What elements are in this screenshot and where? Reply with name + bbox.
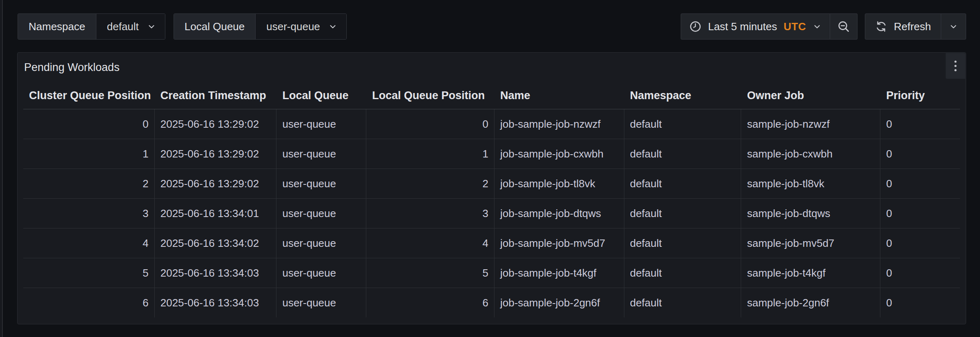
variable-local-queue: Local Queue user-queue [174, 13, 347, 40]
cell-owner-job: sample-job-cxwbh [741, 139, 880, 168]
cell-name: job-sample-job-mv5d7 [494, 228, 624, 258]
cell-owner-job: sample-job-mv5d7 [741, 228, 880, 258]
cell-namespace: default [624, 199, 742, 228]
variable-namespace-label: Namespace [18, 14, 96, 39]
window-left-edge [0, 0, 3, 337]
cell-owner-job: sample-job-2gn6f [741, 288, 880, 317]
cell-local-queue: user-queue [276, 228, 366, 258]
cell-local-queue: user-queue [276, 139, 366, 168]
cell-owner-job: sample-job-dtqws [741, 199, 880, 228]
refresh-button-label: Refresh [894, 20, 931, 33]
refresh-sync-icon [875, 20, 887, 33]
cell-cluster-queue-position: 2 [23, 169, 155, 198]
cell-creation-timestamp: 2025-06-16 13:29:02 [155, 139, 277, 168]
panel-title: Pending Workloads [24, 61, 120, 74]
col-header-creation-timestamp[interactable]: Creation Timestamp [155, 82, 277, 109]
chevron-down-icon [147, 22, 156, 31]
cell-priority: 0 [880, 169, 960, 198]
cell-name: job-sample-job-nzwzf [494, 109, 624, 139]
cell-cluster-queue-position: 6 [23, 288, 155, 317]
cell-priority: 0 [880, 228, 960, 258]
cell-priority: 0 [880, 288, 960, 317]
cell-namespace: default [624, 139, 742, 168]
cell-namespace: default [624, 169, 742, 198]
cell-name: job-sample-job-cxwbh [494, 139, 624, 168]
cell-priority: 0 [880, 139, 960, 168]
cell-local-queue-position: 1 [366, 139, 494, 168]
col-header-owner-job[interactable]: Owner Job [741, 82, 880, 109]
cell-priority: 0 [880, 109, 960, 139]
col-header-local-queue-position[interactable]: Local Queue Position [366, 82, 494, 109]
dashboard-toolbar: Namespace default Local Queue user-queue… [18, 13, 966, 40]
col-header-name[interactable]: Name [494, 82, 624, 109]
time-range-zoom-out-button[interactable] [830, 13, 858, 40]
refresh-interval-dropdown[interactable] [941, 13, 966, 40]
variable-namespace-select[interactable]: default [96, 14, 165, 39]
table-body: 0 2025-06-16 13:29:02 user-queue 0 job-s… [23, 109, 960, 317]
cell-priority: 0 [880, 258, 960, 288]
col-header-priority[interactable]: Priority [880, 82, 960, 109]
cell-cluster-queue-position: 3 [23, 199, 155, 228]
cell-creation-timestamp: 2025-06-16 13:34:02 [155, 228, 277, 258]
chevron-down-icon [813, 22, 822, 31]
cell-local-queue-position: 6 [366, 288, 494, 317]
cell-creation-timestamp: 2025-06-16 13:34:03 [155, 288, 277, 317]
cell-local-queue: user-queue [276, 199, 366, 228]
cell-namespace: default [624, 258, 742, 288]
cell-creation-timestamp: 2025-06-16 13:34:03 [155, 258, 277, 288]
cell-name: job-sample-job-t4kgf [494, 258, 624, 288]
cell-owner-job: sample-job-tl8vk [741, 169, 880, 198]
cell-cluster-queue-position: 4 [23, 228, 155, 258]
variable-local-queue-select[interactable]: user-queue [256, 14, 346, 39]
chevron-down-icon [949, 22, 958, 31]
pending-workloads-table: Cluster Queue Position Creation Timestam… [23, 82, 960, 317]
panel-menu-button[interactable] [946, 53, 965, 79]
refresh-button[interactable]: Refresh [865, 13, 941, 40]
table-row: 2 2025-06-16 13:29:02 user-queue 2 job-s… [23, 169, 960, 199]
cell-local-queue-position: 4 [366, 228, 494, 258]
table-row: 1 2025-06-16 13:29:02 user-queue 1 job-s… [23, 139, 960, 169]
cell-owner-job: sample-job-nzwzf [741, 109, 880, 139]
cell-owner-job: sample-job-t4kgf [741, 258, 880, 288]
magnifier-zoom-out-icon [837, 20, 850, 33]
cell-cluster-queue-position: 0 [23, 109, 155, 139]
timezone-label: UTC [784, 20, 806, 33]
cell-name: job-sample-job-2gn6f [494, 288, 624, 317]
panel-header: Pending Workloads [18, 53, 966, 82]
table-row: 6 2025-06-16 13:34:03 user-queue 6 job-s… [23, 288, 960, 317]
table-row: 5 2025-06-16 13:34:03 user-queue 5 job-s… [23, 258, 960, 288]
time-range-picker-button[interactable]: Last 5 minutes UTC [681, 13, 830, 40]
cell-local-queue-position: 3 [366, 199, 494, 228]
cell-namespace: default [624, 288, 742, 317]
table-header-row: Cluster Queue Position Creation Timestam… [23, 82, 960, 109]
cell-namespace: default [624, 109, 742, 139]
chevron-down-icon [328, 22, 337, 31]
variable-local-queue-label: Local Queue [174, 14, 256, 39]
cell-local-queue: user-queue [276, 169, 366, 198]
cell-priority: 0 [880, 199, 960, 228]
table-row: 3 2025-06-16 13:34:01 user-queue 3 job-s… [23, 199, 960, 228]
cell-cluster-queue-position: 1 [23, 139, 155, 168]
variable-namespace: Namespace default [18, 13, 165, 40]
pending-workloads-panel: Pending Workloads Cluster Queue Position… [17, 52, 966, 324]
cell-local-queue-position: 2 [366, 169, 494, 198]
kebab-menu-icon [953, 60, 958, 73]
table-row: 0 2025-06-16 13:29:02 user-queue 0 job-s… [23, 109, 960, 139]
cell-local-queue: user-queue [276, 258, 366, 288]
col-header-namespace[interactable]: Namespace [624, 82, 742, 109]
variable-namespace-value: default [107, 20, 139, 33]
clock-icon [689, 20, 702, 33]
col-header-cluster-queue-position[interactable]: Cluster Queue Position [23, 82, 155, 109]
cell-name: job-sample-job-dtqws [494, 199, 624, 228]
cell-creation-timestamp: 2025-06-16 13:29:02 [155, 109, 277, 139]
cell-creation-timestamp: 2025-06-16 13:34:01 [155, 199, 277, 228]
col-header-local-queue[interactable]: Local Queue [276, 82, 366, 109]
cell-name: job-sample-job-tl8vk [494, 169, 624, 198]
variable-local-queue-value: user-queue [266, 20, 320, 33]
cell-cluster-queue-position: 5 [23, 258, 155, 288]
time-range-label: Last 5 minutes [708, 20, 777, 33]
cell-namespace: default [624, 228, 742, 258]
toolbar-spacer [355, 13, 681, 40]
table-row: 4 2025-06-16 13:34:02 user-queue 4 job-s… [23, 228, 960, 258]
cell-local-queue: user-queue [276, 288, 366, 317]
